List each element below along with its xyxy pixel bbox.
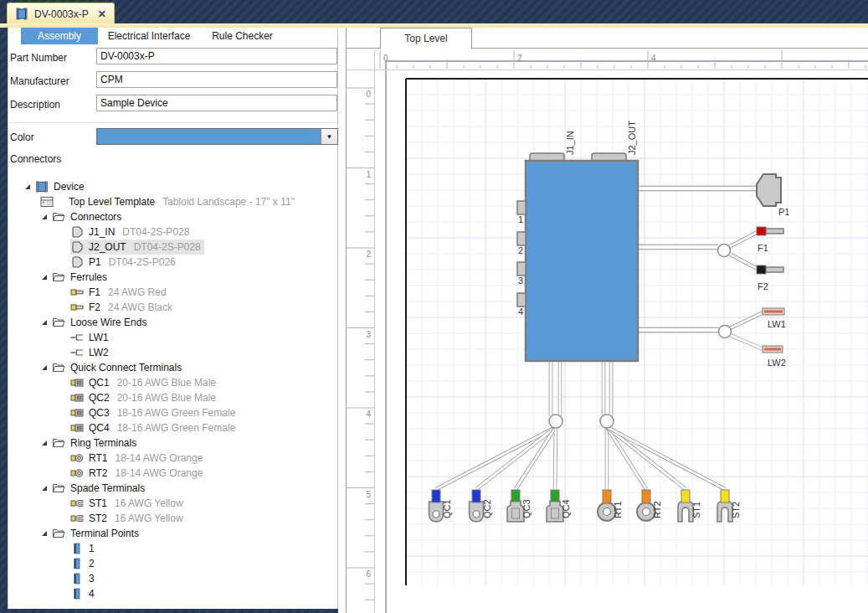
expander-icon[interactable] <box>40 318 52 327</box>
tree-item-st1[interactable]: ST116 AWG Yellow <box>8 496 337 511</box>
tree-item-lw1[interactable]: LW1 <box>8 330 337 345</box>
tree-item-top-level-template[interactable]: Top Level TemplateTabloid Landscape - 17… <box>8 194 337 209</box>
device-tab-icon <box>15 8 28 20</box>
terminal-st2[interactable]: ST2 <box>717 490 741 522</box>
junction-lw[interactable] <box>719 326 732 338</box>
junction-qc[interactable] <box>549 415 562 428</box>
st-icon <box>70 497 84 510</box>
tp-icon <box>70 542 84 555</box>
tree-item-detail: 18-14 AWG Orange <box>115 452 203 464</box>
expander-icon[interactable] <box>40 484 52 492</box>
tab-top-level[interactable]: Top Level <box>380 28 472 49</box>
tab-electrical-interface[interactable]: Electrical Interface <box>98 28 200 44</box>
tree-item-detail: 16 AWG Yellow <box>115 497 183 509</box>
tab-assembly[interactable]: Assembly <box>21 28 98 44</box>
terminal-qc3[interactable]: QC3 <box>507 490 532 522</box>
tree-item-1[interactable]: 1 <box>8 541 337 556</box>
loose-wire-icon <box>70 346 84 359</box>
tree-item-label: J2_OUT <box>89 241 126 253</box>
ferrule-f2[interactable] <box>757 265 766 274</box>
tree-row-content: 1 <box>70 541 98 556</box>
tree-item-j1-in[interactable]: J1_INDT04-2S-P028 <box>8 224 337 240</box>
tree-row-content: ST216 AWG Yellow <box>70 511 187 526</box>
document-tab[interactable]: DV-0003x-P ✕ <box>7 3 115 24</box>
tree-item-f2[interactable]: F224 AWG Black <box>8 300 337 315</box>
expander-icon[interactable] <box>40 273 52 281</box>
color-dropdown[interactable]: ▼ <box>96 128 338 145</box>
vruler-number: 4 <box>366 410 371 419</box>
terminal-st1[interactable]: ST1 <box>678 490 701 522</box>
terminal-label: RT2 <box>652 501 662 518</box>
terminal-rt1[interactable]: RT1 <box>598 490 623 521</box>
tree-item-p1[interactable]: P1DT04-2S-P026 <box>8 255 337 270</box>
close-icon[interactable]: ✕ <box>98 8 106 20</box>
st-icon <box>70 512 84 525</box>
tree-row-content: P1DT04-2S-P026 <box>70 255 179 270</box>
expander-icon[interactable] <box>23 183 35 191</box>
tree-item-connectors[interactable]: Connectors <box>8 209 337 224</box>
tree-item-detail: 18-14 AWG Orange <box>115 467 203 479</box>
application-window: DV-0003x-P ✕ Assembly Electrical Interfa… <box>0 0 868 613</box>
tree-item-qc3[interactable]: QC318-16 AWG Green Female <box>8 405 337 420</box>
junction-f[interactable] <box>718 245 731 257</box>
tree-item-ferrules[interactable]: Ferrules <box>8 270 337 285</box>
part-number-field[interactable] <box>96 48 337 64</box>
tree-item-label: Ring Terminals <box>70 437 136 449</box>
tree-item-3[interactable]: 3 <box>8 571 337 586</box>
connector-icon <box>70 255 84 269</box>
tree-item-spade-terminals[interactable]: Spade Terminals <box>8 481 337 496</box>
tree-item-label: ST2 <box>89 513 107 524</box>
tab-rule-checker[interactable]: Rule Checker <box>200 28 285 44</box>
junction-rt-st[interactable] <box>600 415 614 428</box>
loose-wire-icon <box>70 331 84 344</box>
tree-item-lw2[interactable]: LW2 <box>8 345 337 360</box>
description-field[interactable] <box>96 95 337 111</box>
tree-item-qc4[interactable]: QC418-16 AWG Green Female <box>8 420 337 435</box>
tree-item-label: Device <box>54 181 85 193</box>
device-pin-2[interactable] <box>517 232 526 245</box>
tree-item-loose-wire-ends[interactable]: Loose Wire Ends <box>8 315 337 330</box>
tree-item-qc2[interactable]: QC220-16 AWG Blue Male <box>8 390 337 405</box>
device-pin-3[interactable] <box>517 262 526 276</box>
tree-item-j2-out[interactable]: J2_OUTDT04-2S-P028 <box>8 240 337 255</box>
folder-icon <box>52 270 65 284</box>
tree-item-label: ST1 <box>89 497 107 509</box>
tree-item-quick-connect-terminals[interactable]: Quick Connect Terminals <box>8 360 337 375</box>
terminal-rt2[interactable]: RT2 <box>637 490 662 521</box>
device-pin-1[interactable] <box>517 201 526 214</box>
tree-item-qc1[interactable]: QC120-16 AWG Blue Male <box>8 375 337 390</box>
manufacturer-field[interactable] <box>96 71 337 88</box>
tree-row-content: LW2 <box>70 345 112 360</box>
color-label: Color <box>10 131 34 143</box>
terminal-qc1[interactable]: QC1 <box>429 490 453 522</box>
terminal-qc2[interactable]: QC2 <box>470 490 493 522</box>
tp-icon <box>70 557 84 570</box>
device-body[interactable] <box>526 161 638 361</box>
tree-item-rt1[interactable]: RT118-14 AWG Orange <box>8 451 337 466</box>
tree-item-ring-terminals[interactable]: Ring Terminals <box>8 435 337 451</box>
connector-icon <box>70 225 84 239</box>
tree-item-f1[interactable]: F124 AWG Red <box>8 285 337 300</box>
tree-row-content: Loose Wire Ends <box>52 315 150 330</box>
expander-icon[interactable] <box>40 529 52 538</box>
expander-icon[interactable] <box>40 363 52 372</box>
tree-item-rt2[interactable]: RT218-14 AWG Orange <box>8 466 337 481</box>
tree-item-device[interactable]: Device <box>8 179 337 194</box>
tree-item-st2[interactable]: ST216 AWG Yellow <box>8 511 337 526</box>
device-pin-label: 3 <box>518 276 523 286</box>
tree-item-4[interactable]: 4 <box>8 586 337 601</box>
tree-row-content: 3 <box>70 571 98 586</box>
expander-icon[interactable] <box>40 439 52 447</box>
ferrule-f1[interactable] <box>757 227 766 235</box>
folder-icon <box>52 436 65 450</box>
tree-item-2[interactable]: 2 <box>8 556 337 571</box>
folder-icon <box>52 316 65 329</box>
terminal-qc4[interactable]: QC4 <box>547 490 571 522</box>
tree-item-terminal-points[interactable]: Terminal Points <box>8 526 337 541</box>
tree-item-label: RT2 <box>89 467 107 479</box>
chevron-down-icon[interactable]: ▼ <box>321 129 337 144</box>
drawing-canvas[interactable]: J1_IN J2_OUT P1 F1 F2 LW1 LW2 <box>347 28 868 613</box>
expander-icon[interactable] <box>40 213 52 221</box>
connector-p1[interactable] <box>757 174 781 206</box>
device-pin-4[interactable] <box>517 293 526 306</box>
